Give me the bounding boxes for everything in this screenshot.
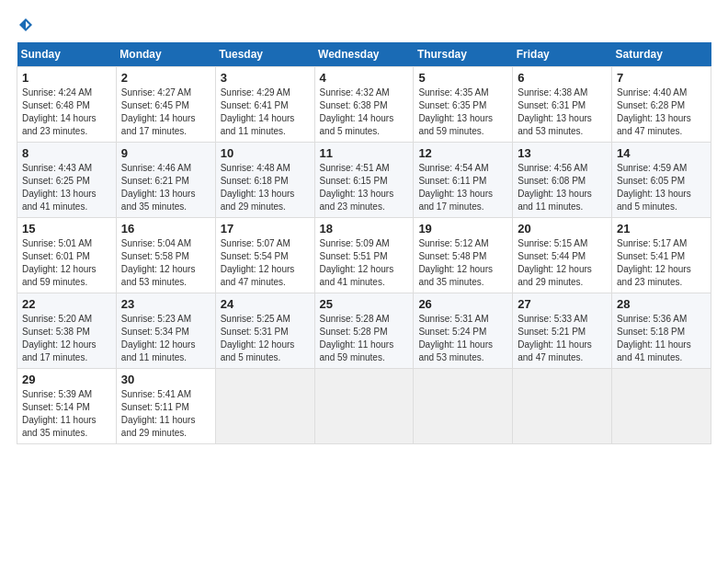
day-detail: Sunrise: 4:48 AM Sunset: 6:18 PM Dayligh… [221, 162, 310, 213]
header [17, 17, 711, 33]
calendar-row-3: 22Sunrise: 5:20 AM Sunset: 5:38 PM Dayli… [17, 293, 711, 369]
day-cell-10: 10Sunrise: 4:48 AM Sunset: 6:18 PM Dayli… [215, 143, 314, 218]
day-detail: Sunrise: 5:17 AM Sunset: 5:41 PM Dayligh… [617, 237, 706, 289]
page: Sunday Monday Tuesday Wednesday Thursday… [0, 0, 728, 563]
day-number: 9 [121, 146, 210, 160]
day-detail: Sunrise: 5:36 AM Sunset: 5:18 PM Dayligh… [617, 313, 706, 364]
calendar-row-0: 1Sunrise: 4:24 AM Sunset: 6:48 PM Daylig… [17, 67, 711, 143]
calendar-row-1: 8Sunrise: 4:43 AM Sunset: 6:25 PM Daylig… [17, 143, 711, 218]
calendar-row-4: 29Sunrise: 5:39 AM Sunset: 5:14 PM Dayli… [17, 369, 711, 444]
day-cell-23: 23Sunrise: 5:23 AM Sunset: 5:34 PM Dayli… [116, 293, 215, 369]
col-sunday: Sunday [17, 42, 117, 67]
day-cell-17: 17Sunrise: 5:07 AM Sunset: 5:54 PM Dayli… [215, 218, 314, 293]
day-detail: Sunrise: 5:07 AM Sunset: 5:54 PM Dayligh… [221, 237, 310, 289]
day-number: 23 [121, 297, 210, 311]
day-detail: Sunrise: 4:51 AM Sunset: 6:15 PM Dayligh… [320, 162, 409, 213]
day-cell-28: 28Sunrise: 5:36 AM Sunset: 5:18 PM Dayli… [612, 293, 711, 369]
col-saturday: Saturday [612, 42, 711, 67]
day-number: 21 [617, 222, 706, 236]
day-detail: Sunrise: 5:33 AM Sunset: 5:21 PM Dayligh… [518, 313, 607, 364]
day-cell-15: 15Sunrise: 5:01 AM Sunset: 6:01 PM Dayli… [17, 218, 117, 293]
day-number: 19 [418, 222, 507, 236]
day-number: 5 [418, 71, 507, 85]
day-detail: Sunrise: 5:15 AM Sunset: 5:44 PM Dayligh… [518, 237, 607, 289]
empty-cell [215, 369, 314, 444]
day-cell-29: 29Sunrise: 5:39 AM Sunset: 5:14 PM Dayli… [17, 369, 117, 444]
day-cell-30: 30Sunrise: 5:41 AM Sunset: 5:11 PM Dayli… [116, 369, 215, 444]
day-number: 30 [121, 373, 210, 386]
day-number: 18 [320, 222, 409, 236]
header-row: Sunday Monday Tuesday Wednesday Thursday… [17, 42, 711, 67]
day-detail: Sunrise: 5:28 AM Sunset: 5:28 PM Dayligh… [320, 313, 409, 364]
day-cell-16: 16Sunrise: 5:04 AM Sunset: 5:58 PM Dayli… [116, 218, 215, 293]
day-cell-6: 6Sunrise: 4:38 AM Sunset: 6:31 PM Daylig… [513, 67, 612, 143]
day-cell-24: 24Sunrise: 5:25 AM Sunset: 5:31 PM Dayli… [215, 293, 314, 369]
day-cell-11: 11Sunrise: 4:51 AM Sunset: 6:15 PM Dayli… [314, 143, 414, 218]
day-detail: Sunrise: 5:31 AM Sunset: 5:24 PM Dayligh… [418, 313, 507, 364]
day-detail: Sunrise: 4:54 AM Sunset: 6:11 PM Dayligh… [418, 162, 507, 213]
day-detail: Sunrise: 5:09 AM Sunset: 5:51 PM Dayligh… [320, 237, 409, 289]
day-detail: Sunrise: 5:41 AM Sunset: 5:11 PM Dayligh… [121, 388, 210, 440]
calendar-row-2: 15Sunrise: 5:01 AM Sunset: 6:01 PM Dayli… [17, 218, 711, 293]
day-detail: Sunrise: 5:39 AM Sunset: 5:14 PM Dayligh… [22, 388, 111, 440]
day-detail: Sunrise: 5:20 AM Sunset: 5:38 PM Dayligh… [22, 313, 111, 364]
day-number: 3 [221, 71, 310, 85]
day-number: 12 [418, 146, 507, 160]
day-detail: Sunrise: 4:35 AM Sunset: 6:35 PM Dayligh… [418, 86, 507, 138]
empty-cell [513, 369, 612, 444]
day-cell-18: 18Sunrise: 5:09 AM Sunset: 5:51 PM Dayli… [314, 218, 414, 293]
day-cell-7: 7Sunrise: 4:40 AM Sunset: 6:28 PM Daylig… [612, 67, 711, 143]
logo-icon [17, 17, 34, 33]
day-number: 15 [22, 222, 111, 236]
day-number: 4 [320, 71, 409, 85]
day-number: 11 [320, 146, 409, 160]
day-number: 27 [518, 297, 607, 311]
day-cell-26: 26Sunrise: 5:31 AM Sunset: 5:24 PM Dayli… [414, 293, 513, 369]
day-detail: Sunrise: 4:40 AM Sunset: 6:28 PM Dayligh… [617, 86, 706, 138]
day-number: 20 [518, 222, 607, 236]
day-number: 16 [121, 222, 210, 236]
day-number: 24 [221, 297, 310, 311]
empty-cell [612, 369, 711, 444]
day-number: 13 [518, 146, 607, 160]
day-number: 28 [617, 297, 706, 311]
day-number: 25 [320, 297, 409, 311]
day-cell-22: 22Sunrise: 5:20 AM Sunset: 5:38 PM Dayli… [17, 293, 117, 369]
day-cell-25: 25Sunrise: 5:28 AM Sunset: 5:28 PM Dayli… [314, 293, 414, 369]
empty-cell [414, 369, 513, 444]
day-cell-5: 5Sunrise: 4:35 AM Sunset: 6:35 PM Daylig… [414, 67, 513, 143]
day-detail: Sunrise: 4:24 AM Sunset: 6:48 PM Dayligh… [22, 86, 111, 138]
logo-text [17, 17, 35, 33]
day-number: 22 [22, 297, 111, 311]
day-cell-1: 1Sunrise: 4:24 AM Sunset: 6:48 PM Daylig… [17, 67, 117, 143]
day-number: 6 [518, 71, 607, 85]
day-number: 8 [22, 146, 111, 160]
day-detail: Sunrise: 4:59 AM Sunset: 6:05 PM Dayligh… [617, 162, 706, 213]
day-number: 2 [121, 71, 210, 85]
day-cell-2: 2Sunrise: 4:27 AM Sunset: 6:45 PM Daylig… [116, 67, 215, 143]
day-number: 29 [22, 373, 111, 386]
day-number: 10 [221, 146, 310, 160]
day-number: 17 [221, 222, 310, 236]
day-cell-14: 14Sunrise: 4:59 AM Sunset: 6:05 PM Dayli… [612, 143, 711, 218]
day-detail: Sunrise: 5:25 AM Sunset: 5:31 PM Dayligh… [221, 313, 310, 364]
day-cell-3: 3Sunrise: 4:29 AM Sunset: 6:41 PM Daylig… [215, 67, 314, 143]
calendar-table: Sunday Monday Tuesday Wednesday Thursday… [17, 42, 711, 444]
col-friday: Friday [513, 42, 612, 67]
empty-cell [314, 369, 414, 444]
day-detail: Sunrise: 5:23 AM Sunset: 5:34 PM Dayligh… [121, 313, 210, 364]
day-cell-20: 20Sunrise: 5:15 AM Sunset: 5:44 PM Dayli… [513, 218, 612, 293]
logo [17, 17, 35, 33]
day-cell-4: 4Sunrise: 4:32 AM Sunset: 6:38 PM Daylig… [314, 67, 414, 143]
day-detail: Sunrise: 4:56 AM Sunset: 6:08 PM Dayligh… [518, 162, 607, 213]
day-detail: Sunrise: 4:27 AM Sunset: 6:45 PM Dayligh… [121, 86, 210, 138]
col-monday: Monday [116, 42, 215, 67]
day-number: 26 [418, 297, 507, 311]
col-tuesday: Tuesday [215, 42, 314, 67]
day-cell-21: 21Sunrise: 5:17 AM Sunset: 5:41 PM Dayli… [612, 218, 711, 293]
day-cell-9: 9Sunrise: 4:46 AM Sunset: 6:21 PM Daylig… [116, 143, 215, 218]
day-detail: Sunrise: 5:04 AM Sunset: 5:58 PM Dayligh… [121, 237, 210, 289]
day-number: 7 [617, 71, 706, 85]
day-number: 1 [22, 71, 111, 85]
day-cell-19: 19Sunrise: 5:12 AM Sunset: 5:48 PM Dayli… [414, 218, 513, 293]
